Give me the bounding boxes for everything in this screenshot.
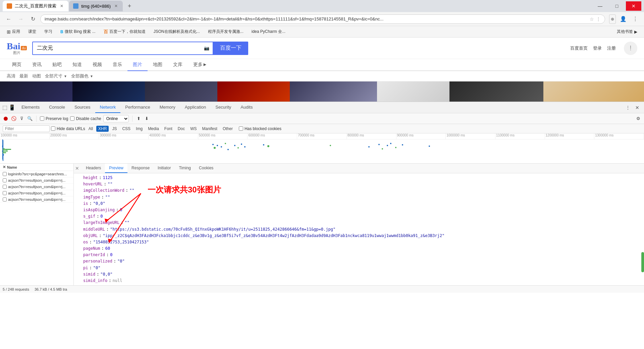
filter-font[interactable]: Font	[162, 126, 174, 132]
nav-map[interactable]: 地图	[148, 59, 168, 70]
preserve-log-label[interactable]: Preserve log	[40, 116, 68, 121]
request-3-checkbox[interactable]	[3, 185, 7, 189]
bookmark-idea[interactable]: idea PyCharm 全...	[249, 28, 288, 36]
new-tab-button[interactable]: +	[125, 1, 134, 11]
bookmark-classroom[interactable]: 课堂	[25, 28, 39, 36]
tab-performance[interactable]: Performance	[120, 102, 155, 113]
tab-memory[interactable]: Memory	[155, 102, 180, 113]
bookmark-bing[interactable]: B 微软 Bing 搜索 ...	[58, 28, 98, 36]
image-7[interactable]	[449, 81, 543, 102]
request-4-checkbox[interactable]	[3, 191, 7, 195]
filter-img[interactable]: Img	[134, 126, 145, 132]
bookmark-apps[interactable]: ⊞ 应用	[4, 28, 23, 36]
nav-wenku[interactable]: 文库	[168, 59, 188, 70]
settings-button[interactable]: ⋮	[631, 14, 640, 24]
preserve-log-checkbox[interactable]	[40, 116, 44, 121]
tab-network[interactable]: Network	[95, 102, 121, 113]
tab-1[interactable]: 二次元_百度图片搜索 ✕	[3, 1, 68, 11]
preview-tab-timing[interactable]: Timing	[175, 164, 195, 173]
camera-icon[interactable]: 📷	[201, 46, 213, 51]
blocked-cookies-label[interactable]: Has blocked cookies	[239, 126, 281, 131]
image-6[interactable]	[377, 81, 449, 102]
inspect-element-icon[interactable]: ⬚	[1, 104, 8, 111]
bookmark-baidu-search[interactable]: 百 百度一下，你就知道	[101, 28, 148, 36]
clear-button[interactable]: 🚫	[11, 116, 17, 122]
filter-media[interactable]: Media	[146, 126, 161, 132]
filter-toggle-button[interactable]: ⊽	[19, 116, 25, 122]
header-link-home[interactable]: 百度首页	[570, 45, 588, 51]
tab-console[interactable]: Console	[44, 102, 70, 113]
header-link-login[interactable]: 登录	[593, 45, 602, 51]
preview-scrollbar-thumb[interactable]	[641, 252, 644, 272]
tab-audits[interactable]: Audits	[236, 102, 257, 113]
filter-color[interactable]: 全部颜色	[71, 73, 93, 79]
more-options-icon[interactable]: ⋮	[624, 104, 632, 112]
disable-cache-checkbox[interactable]	[70, 116, 74, 121]
network-settings-icon[interactable]: ⚙	[635, 116, 641, 122]
record-button[interactable]	[3, 116, 9, 122]
disable-cache-label[interactable]: Disable cache	[70, 116, 101, 121]
preview-tab-response[interactable]: Response	[127, 164, 154, 173]
request-item-3[interactable]: acjson?tn=resultjson_com&ipn=rj...	[0, 184, 73, 190]
tab-sources[interactable]: Sources	[70, 102, 95, 113]
image-5[interactable]	[290, 81, 377, 102]
customize-chrome-icon[interactable]: ⋮	[596, 16, 601, 22]
request-item-4[interactable]: acjson?tn=resultjson_com&ipn=rj...	[0, 190, 73, 196]
close-button[interactable]: ✕	[626, 1, 641, 11]
export-har-button[interactable]: ⬇	[144, 116, 150, 122]
bookmark-dev[interactable]: 程序员开发专属激...	[205, 28, 246, 36]
refresh-button[interactable]: ↻	[28, 14, 38, 24]
filter-xhr[interactable]: XHR	[96, 126, 109, 132]
image-4[interactable]	[217, 81, 290, 102]
preview-tab-preview[interactable]: Preview	[105, 164, 127, 173]
request-1-checkbox[interactable]	[3, 172, 7, 176]
tab-2[interactable]: timg (640×886) ✕	[69, 1, 123, 11]
close-devtools-icon[interactable]: ✕	[633, 104, 641, 112]
request-2-checkbox[interactable]	[3, 178, 7, 182]
filter-input[interactable]	[3, 125, 50, 132]
filter-other[interactable]: Other	[221, 126, 235, 132]
preview-tab-initiator[interactable]: Initiator	[154, 164, 175, 173]
image-3[interactable]	[145, 81, 217, 102]
filter-manifest[interactable]: Manifest	[200, 126, 219, 132]
nav-more[interactable]: 更多►	[188, 59, 213, 70]
bookmark-study[interactable]: 学习	[42, 28, 55, 36]
preview-close-icon[interactable]: ✕	[75, 166, 79, 171]
nav-webpage[interactable]: 网页	[7, 59, 27, 70]
filter-css[interactable]: CSS	[120, 126, 132, 132]
tab-security[interactable]: Security	[211, 102, 236, 113]
request-item-5[interactable]: acjson?tn=resultjson_com&ipn=rj...	[0, 196, 73, 203]
preview-tab-headers[interactable]: Headers	[82, 164, 105, 173]
user-profile-button[interactable]: 👤	[619, 14, 628, 24]
filter-gif[interactable]: 动图	[32, 73, 41, 79]
image-8[interactable]	[543, 81, 644, 102]
bookmark-other[interactable]: 其他书签 ▶	[614, 28, 640, 36]
hide-data-urls-label[interactable]: Hide data URLs	[51, 126, 85, 131]
nav-music[interactable]: 音乐	[107, 59, 127, 70]
filter-hd[interactable]: 高清	[7, 73, 15, 79]
nav-zhidao[interactable]: 知道	[67, 59, 87, 70]
extensions-button[interactable]: ⊕	[609, 14, 616, 24]
import-har-button[interactable]: ⬆	[136, 116, 142, 122]
image-2[interactable]	[72, 81, 145, 102]
image-1[interactable]	[0, 81, 72, 102]
tab-application[interactable]: Application	[180, 102, 211, 113]
filter-js[interactable]: JS	[110, 126, 119, 132]
request-item-1[interactable]: logininfo?src=pc&page=searchres...	[0, 171, 73, 177]
filter-doc[interactable]: Doc	[176, 126, 187, 132]
filter-latest[interactable]: 最新	[19, 73, 28, 79]
tab-2-close[interactable]: ✕	[113, 3, 119, 9]
minimize-button[interactable]: —	[592, 1, 608, 11]
tab-1-close[interactable]: ✕	[59, 3, 64, 9]
preview-tab-cookies[interactable]: Cookies	[195, 164, 217, 173]
search-button[interactable]: 百度一下	[213, 42, 248, 55]
header-link-register[interactable]: 注册	[607, 45, 616, 51]
nav-images[interactable]: 图片	[127, 59, 148, 71]
name-header-close-icon[interactable]: ✕	[3, 165, 6, 169]
filter-size[interactable]: 全部尺寸	[45, 73, 67, 79]
maximize-button[interactable]: □	[609, 1, 625, 11]
bookmark-star-icon[interactable]: ☆	[590, 16, 594, 22]
tab-elements[interactable]: Elements	[17, 102, 44, 113]
nav-tieba[interactable]: 贴吧	[47, 59, 67, 70]
forward-button[interactable]: →	[16, 14, 25, 24]
